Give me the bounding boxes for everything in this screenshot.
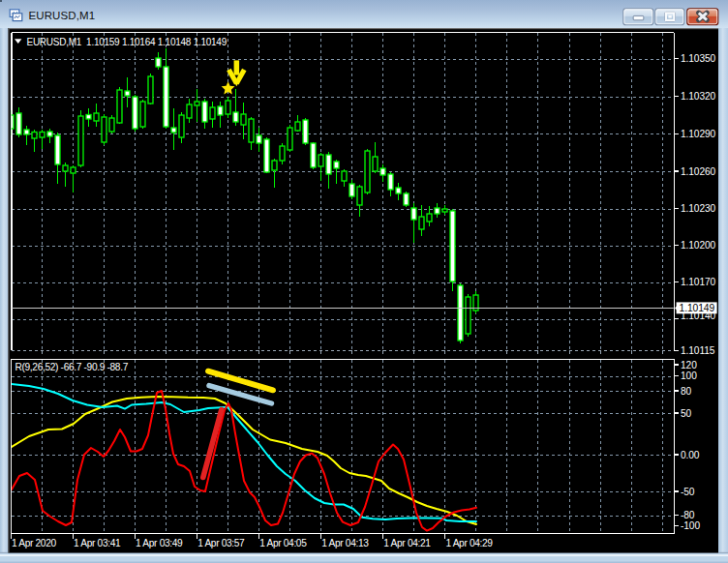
svg-text:1 Apr 04:29: 1 Apr 04:29 [445, 538, 493, 548]
svg-text:80: 80 [681, 386, 692, 397]
svg-text:1.10320: 1.10320 [681, 91, 716, 102]
svg-text:1 Apr 03:49: 1 Apr 03:49 [136, 538, 183, 548]
svg-text:1 Apr 04:21: 1 Apr 04:21 [383, 538, 431, 548]
svg-text:-80: -80 [681, 510, 695, 520]
svg-text:1 Apr 03:41: 1 Apr 03:41 [74, 538, 121, 548]
svg-text:1.10149: 1.10149 [680, 303, 715, 313]
svg-text:1.10290: 1.10290 [681, 129, 716, 139]
svg-text:50: 50 [681, 408, 692, 419]
svg-text:1.10230: 1.10230 [681, 203, 716, 214]
svg-text:1 Apr 04:05: 1 Apr 04:05 [259, 538, 307, 548]
svg-text:1.10115: 1.10115 [681, 345, 715, 356]
svg-text:1 Apr 04:13: 1 Apr 04:13 [321, 538, 369, 548]
svg-text:R(9,26,52) -66.7 -90.9 -88.7: R(9,26,52) -66.7 -90.9 -88.7 [15, 362, 129, 372]
svg-text:EURUSD,M1 1.10159 1.10164 1.1: EURUSD,M1 1.10159 1.10164 1.10148 1.1014… [27, 37, 228, 47]
svg-text:0.00: 0.00 [681, 450, 700, 460]
svg-text:100: 100 [681, 370, 697, 381]
svg-text:1.10170: 1.10170 [681, 277, 716, 287]
svg-text:120: 120 [681, 360, 697, 370]
svg-text:1 Apr 2020: 1 Apr 2020 [12, 538, 56, 548]
svg-text:-50: -50 [681, 487, 695, 497]
svg-text:EURUSD,M1: EURUSD,M1 [29, 10, 96, 21]
svg-text:1.10350: 1.10350 [681, 53, 716, 64]
svg-text:1 Apr 03:57: 1 Apr 03:57 [197, 538, 245, 548]
svg-text:-100: -100 [681, 520, 700, 531]
svg-text:1.10260: 1.10260 [681, 166, 716, 177]
svg-text:1.10200: 1.10200 [681, 240, 716, 251]
